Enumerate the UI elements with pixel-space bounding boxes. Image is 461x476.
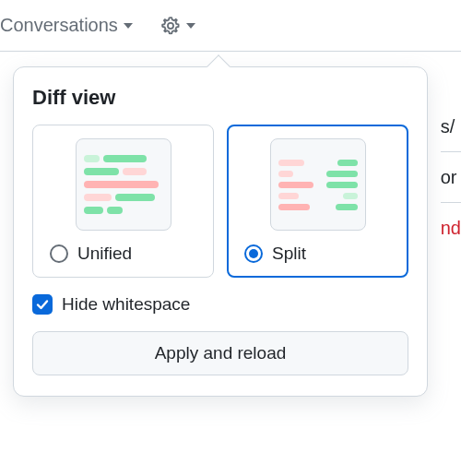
gear-icon (160, 16, 181, 36)
diff-option-split[interactable]: Split (227, 125, 408, 278)
diff-option-unified[interactable]: Unified (32, 125, 214, 278)
diff-view-options: Unified (32, 125, 408, 278)
bg-line: s/ (441, 101, 461, 151)
split-preview-icon (270, 138, 366, 231)
conversations-dropdown[interactable]: Conversations (0, 11, 133, 40)
caret-down-icon (124, 23, 133, 29)
hide-whitespace-checkbox[interactable]: Hide whitespace (32, 294, 408, 315)
hide-whitespace-label: Hide whitespace (62, 294, 190, 315)
conversations-label: Conversations (0, 15, 118, 36)
radio-label-split: Split (272, 244, 306, 264)
background-code: s/ or nd (441, 101, 461, 253)
checkbox-icon (32, 294, 53, 315)
apply-and-reload-button[interactable]: Apply and reload (32, 331, 408, 375)
caret-down-icon (186, 23, 195, 29)
diff-view-popover: Diff view Unified (13, 66, 428, 397)
radio-unified[interactable] (50, 244, 68, 263)
bg-line: or (441, 151, 461, 202)
settings-dropdown[interactable] (160, 16, 195, 36)
bg-line: nd (441, 202, 461, 253)
radio-label-unified: Unified (77, 244, 132, 264)
radio-split[interactable] (244, 244, 263, 263)
check-icon (36, 298, 49, 311)
unified-preview-icon (76, 138, 171, 231)
svg-point-0 (168, 22, 173, 28)
popover-title: Diff view (32, 86, 408, 110)
toolbar: Conversations (0, 0, 461, 52)
